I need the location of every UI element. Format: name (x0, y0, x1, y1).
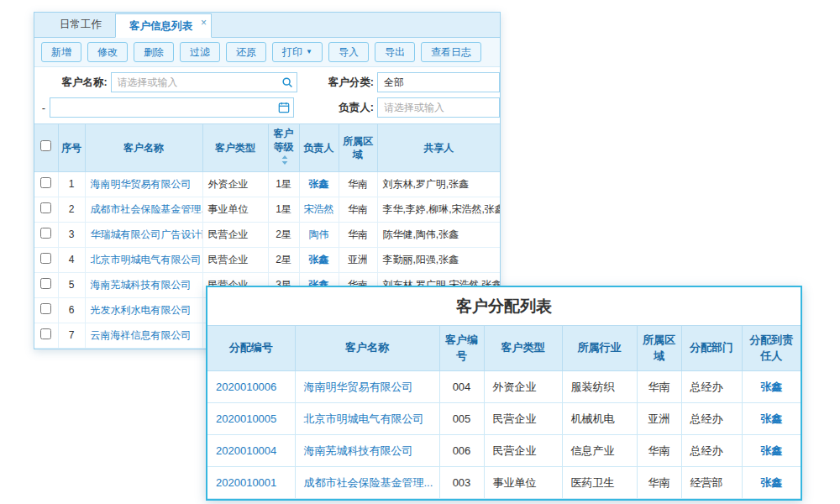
owner-input[interactable] (377, 97, 500, 118)
customer-name-link[interactable]: 成都市社会保险基金管理... (304, 476, 433, 489)
row-checkbox[interactable] (40, 202, 51, 213)
row-checkbox[interactable] (40, 253, 51, 264)
select-all-checkbox[interactable] (40, 140, 51, 151)
print-button[interactable]: 打印 ▼ (272, 42, 323, 62)
close-icon[interactable]: × (201, 11, 207, 35)
customer-name-link[interactable]: 海南明华贸易有限公司 (304, 381, 413, 393)
customer-table-header-row: 序号 客户名称 客户类型 客户等级 负责人 所属区域 共享人 (34, 124, 500, 172)
col-header-customer-level: 客户等级 (268, 124, 299, 172)
filter-area: 客户名称: 客户分类: - 负责人: (34, 67, 500, 123)
customer-name-link[interactable]: 光发水利水电有限公司 (91, 304, 192, 316)
delete-button-label: 删除 (144, 43, 164, 61)
customer-type: 民营企业 (202, 222, 268, 247)
customer-name-link[interactable]: 华瑞城有限公司广告设计部 (91, 228, 203, 240)
delete-button[interactable]: 删除 (134, 42, 174, 62)
owner-link[interactable]: 张鑫 (309, 254, 329, 265)
customer-name-link[interactable]: 海南明华贸易有限公司 (91, 178, 192, 190)
search-icon[interactable] (281, 76, 293, 88)
customer-name-link[interactable]: 北京市明城电气有限公司 (304, 412, 424, 425)
add-button[interactable]: 新增 (41, 42, 81, 62)
row-checkbox[interactable] (40, 228, 51, 239)
customer-name-input[interactable] (111, 72, 298, 92)
customer-category-select[interactable] (377, 72, 500, 92)
customer-type: 事业单位 (484, 467, 562, 499)
col-header-region: 所属区域 (637, 326, 681, 371)
alloc-no-link[interactable]: 2020010005 (216, 412, 276, 425)
alloc-no-link[interactable]: 2020010004 (216, 444, 276, 457)
assignee-link[interactable]: 张鑫 (760, 444, 782, 457)
customer-level: 1星 (268, 197, 299, 222)
print-button-label: 打印 (282, 43, 302, 61)
table-row: 2020010001 成都市社会保险基金管理... 003 事业单位 医药卫生 … (207, 467, 801, 499)
filter-button[interactable]: 过滤 (180, 42, 220, 62)
customer-name-link[interactable]: 成都市社会保险基金管理... (91, 203, 203, 215)
tab-customer-info-list[interactable]: 客户信息列表 × (115, 13, 212, 38)
shared-people: 李华,李婷,柳琳,宋浩然,张鑫 (377, 197, 500, 222)
dept: 总经办 (681, 371, 742, 403)
customer-name-link[interactable]: 北京市明城电气有限公司 (91, 254, 202, 265)
industry: 信息产业 (562, 435, 637, 467)
customer-type: 外资企业 (484, 371, 562, 403)
customer-name-link[interactable]: 云南海祥信息有限公司 (91, 329, 192, 341)
assignee-link[interactable]: 张鑫 (760, 381, 782, 393)
col-header-customer-name: 客户名称 (295, 326, 439, 371)
row-no: 7 (58, 323, 85, 348)
region: 华南 (637, 467, 681, 499)
row-no: 1 (58, 171, 85, 197)
owner-link[interactable]: 张鑫 (309, 178, 329, 190)
table-row: 2020010005 北京市明城电气有限公司 005 民营企业 机械机电 亚洲 … (207, 403, 801, 435)
alloc-no-link[interactable]: 2020010001 (216, 476, 276, 489)
view-log-button[interactable]: 查看日志 (421, 42, 481, 62)
customer-name-link[interactable]: 海南芜城科技有限公司 (304, 444, 413, 457)
tab-daily-work[interactable]: 日常工作 (46, 13, 115, 37)
assignee-link[interactable]: 张鑫 (760, 412, 782, 425)
table-row: 3 华瑞城有限公司广告设计部 民营企业 2星 陶伟 华南 陈华健,陶伟,张鑫 (34, 222, 500, 247)
col-header-shared: 共享人 (377, 124, 500, 172)
restore-button[interactable]: 还原 (226, 42, 266, 62)
date-input[interactable] (50, 97, 294, 118)
shared-people: 刘东林,罗广明,张鑫 (377, 171, 500, 197)
dept: 经营部 (681, 467, 742, 499)
import-button[interactable]: 导入 (328, 42, 369, 62)
chevron-down-icon: ▼ (306, 49, 312, 55)
region: 华南 (339, 197, 377, 222)
customer-type: 民营企业 (202, 247, 268, 272)
col-header-customer-no: 客户编号 (439, 326, 484, 371)
tab-customer-info-list-label: 客户信息列表 (129, 20, 192, 32)
tab-bar: 日常工作 客户信息列表 × (34, 13, 500, 38)
row-no: 3 (58, 222, 85, 247)
region: 华南 (637, 371, 681, 403)
tab-daily-work-label: 日常工作 (60, 18, 102, 30)
row-checkbox[interactable] (40, 303, 51, 314)
toolbar: 新增 修改 删除 过滤 还原 打印 ▼ 导入 导出 查看日志 (34, 38, 500, 67)
row-checkbox[interactable] (40, 177, 51, 188)
industry: 机械机电 (562, 403, 637, 435)
row-checkbox[interactable] (40, 278, 51, 289)
customer-no: 003 (439, 467, 484, 499)
col-header-alloc-no: 分配编号 (207, 326, 295, 371)
owner-link[interactable]: 宋浩然 (304, 203, 334, 215)
col-header-no: 序号 (58, 124, 85, 172)
customer-type: 民营企业 (484, 403, 562, 435)
table-row: 1 海南明华贸易有限公司 外资企业 1星 张鑫 华南 刘东林,罗广明,张鑫 (34, 171, 500, 197)
edit-button[interactable]: 修改 (87, 42, 128, 62)
assignee-link[interactable]: 张鑫 (760, 476, 782, 489)
customer-level: 2星 (268, 247, 299, 272)
sort-icon[interactable] (281, 155, 288, 168)
table-row: 4 北京市明城电气有限公司 民营企业 2星 张鑫 亚洲 李勤丽,阳强,张鑫 (34, 247, 500, 272)
customer-type: 外资企业 (202, 171, 268, 197)
row-checkbox[interactable] (40, 328, 51, 339)
restore-button-label: 还原 (236, 43, 256, 61)
alloc-no-link[interactable]: 2020010006 (216, 381, 276, 393)
customer-name-label: 客户名称: (56, 76, 108, 90)
table-row: 2 成都市社会保险基金管理... 事业单位 1星 宋浩然 华南 李华,李婷,柳琳… (34, 197, 500, 222)
col-header-owner: 负责人 (299, 124, 339, 172)
owner-link[interactable]: 陶伟 (309, 228, 329, 240)
calendar-icon[interactable] (278, 102, 290, 113)
row-no: 5 (58, 272, 85, 297)
customer-type: 事业单位 (202, 197, 268, 222)
col-header-customer-type: 客户类型 (202, 124, 268, 172)
dept: 总经办 (681, 435, 742, 467)
customer-name-link[interactable]: 海南芜城科技有限公司 (91, 279, 192, 291)
export-button[interactable]: 导出 (375, 42, 415, 62)
